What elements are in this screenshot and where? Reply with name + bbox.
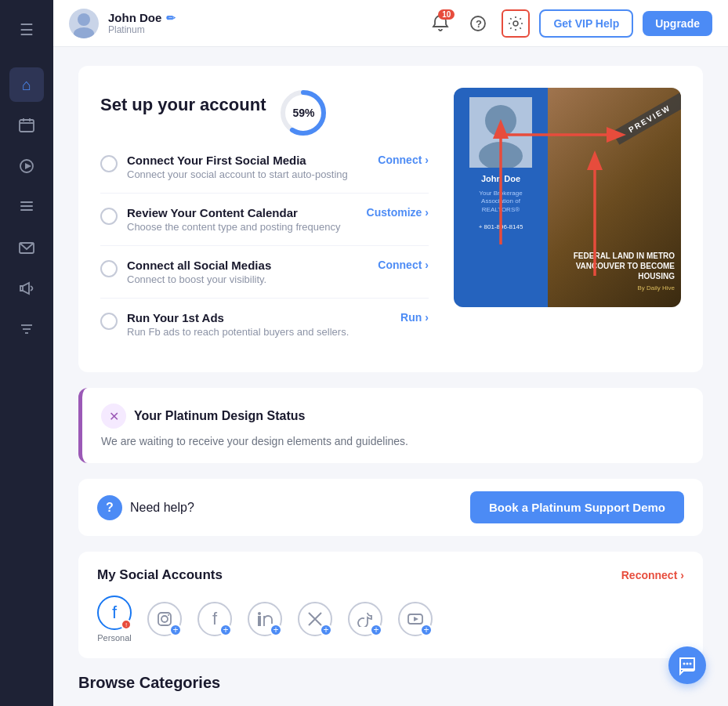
svg-rect-6 xyxy=(20,201,33,203)
preview-left: John Doe Your Brokerage Association of R… xyxy=(454,88,548,307)
svg-point-31 xyxy=(258,612,261,615)
add-dot: + xyxy=(270,624,282,636)
setup-item-title: Run Your 1st Ads xyxy=(127,311,391,324)
social-icon-facebook-personal[interactable]: f ! Personal xyxy=(97,596,132,643)
add-dot: + xyxy=(169,624,182,636)
topbar: John Doe ✏ Platinum 10 ? Get VIP Help Up… xyxy=(53,0,728,47)
svg-point-29 xyxy=(168,614,169,616)
filter-icon[interactable] xyxy=(9,312,44,346)
edit-icon[interactable]: ✏ xyxy=(166,12,176,24)
setup-left: Set up your account 59% xyxy=(100,88,429,350)
social-label-personal: Personal xyxy=(97,633,131,643)
reconnect-link[interactable]: Reconnect › xyxy=(621,569,684,581)
preview-source: By Daily Hive xyxy=(548,284,675,291)
setup-items: Connect Your First Social Media Connect … xyxy=(100,154,429,350)
setup-item-title: Connect Your First Social Media xyxy=(127,154,368,167)
avatar xyxy=(69,9,99,38)
help-text: Need help? xyxy=(130,501,194,515)
content-area: Set up your account 59% xyxy=(53,47,728,706)
svg-point-34 xyxy=(683,663,686,665)
connect-all-action[interactable]: Connect › xyxy=(378,259,429,271)
social-title: My Social Accounts xyxy=(97,567,223,583)
topbar-right: 10 ? Get VIP Help Upgrade xyxy=(426,9,712,38)
svg-rect-0 xyxy=(20,120,34,132)
add-dot: + xyxy=(219,624,232,636)
user-name-text: John Doe xyxy=(108,11,161,24)
social-icon-x-twitter[interactable]: + xyxy=(298,602,332,636)
add-dot: + xyxy=(320,624,332,636)
social-icons-list: f ! Personal + f + xyxy=(97,596,684,643)
preview-phone: + 801-896-8145 xyxy=(479,223,523,230)
radio-circle xyxy=(100,155,118,172)
platinum-status-title: Your Platinum Design Status xyxy=(134,409,305,423)
setup-section: Set up your account 59% xyxy=(78,66,703,372)
social-icon-instagram[interactable]: + xyxy=(147,602,182,636)
notification-bell[interactable]: 10 xyxy=(426,9,455,38)
social-icon-youtube[interactable]: + xyxy=(398,602,433,636)
svg-point-18 xyxy=(513,21,518,26)
social-icon-linkedin[interactable]: + xyxy=(248,602,282,636)
setup-item-desc: Run Fb ads to reach potential buyers and… xyxy=(127,326,391,338)
calendar-icon[interactable] xyxy=(9,108,44,143)
platinum-status-desc: We are waiting to receive your design el… xyxy=(101,435,684,447)
progress-ring: 59% xyxy=(278,88,328,138)
preview-right: FEDERAL LAND IN METRO VANCOUVER TO BECOM… xyxy=(548,88,681,307)
preview-company: Your Brokerage Association of REALTORS® xyxy=(479,190,522,214)
user-tier: Platinum xyxy=(108,24,176,35)
svg-rect-8 xyxy=(20,209,33,211)
svg-rect-7 xyxy=(20,205,33,207)
help-icon[interactable]: ? xyxy=(464,9,492,38)
svg-point-15 xyxy=(74,27,94,38)
mail-icon[interactable] xyxy=(9,230,44,265)
browse-categories-title: Browse Categories xyxy=(78,674,703,692)
radio-circle xyxy=(100,208,118,225)
add-dot: + xyxy=(420,624,433,636)
run-ads-action[interactable]: Run › xyxy=(400,311,429,324)
customize-action[interactable]: Customize › xyxy=(367,206,429,219)
social-icon-facebook-page[interactable]: f + xyxy=(197,602,232,636)
setup-item-title: Connect all Social Medias xyxy=(127,259,368,272)
svg-point-28 xyxy=(161,616,168,622)
upgrade-button[interactable]: Upgrade xyxy=(643,11,712,36)
home-icon[interactable]: ⌂ xyxy=(9,67,44,102)
chat-bubble-button[interactable] xyxy=(668,646,706,684)
setup-item-desc: Connect your social account to start aut… xyxy=(127,168,368,180)
sidebar: ☰ ⌂ xyxy=(0,0,53,706)
setup-item-content: Review Your Content Calendar Choose the … xyxy=(127,206,357,233)
preview-headline: FEDERAL LAND IN METRO VANCOUVER TO BECOM… xyxy=(548,251,675,281)
platinum-header: ✕ Your Platinum Design Status xyxy=(101,404,684,429)
progress-text: 59% xyxy=(292,107,314,119)
social-icon-tiktok[interactable]: + xyxy=(348,602,382,636)
social-header: My Social Accounts Reconnect › xyxy=(97,567,684,583)
browse-categories-section: Browse Categories xyxy=(78,674,703,692)
setup-item-content-calendar: Review Your Content Calendar Choose the … xyxy=(100,206,429,246)
connect-social-action[interactable]: Connect › xyxy=(378,154,429,166)
preview-name: John Doe xyxy=(481,174,520,183)
settings-icon[interactable] xyxy=(502,9,530,38)
warning-dot: ! xyxy=(121,619,132,630)
hamburger-menu-icon[interactable]: ☰ xyxy=(9,13,44,47)
book-demo-button[interactable]: Book a Platinum Support Demo xyxy=(470,491,684,523)
help-section: ? Need help? Book a Platinum Support Dem… xyxy=(78,479,703,536)
preview-news-overlay: FEDERAL LAND IN METRO VANCOUVER TO BECOM… xyxy=(548,251,675,291)
platinum-icon: ✕ xyxy=(101,404,126,429)
setup-item-title: Review Your Content Calendar xyxy=(127,206,357,219)
radio-circle xyxy=(100,313,118,330)
setup-item-content: Run Your 1st Ads Run Fb ads to reach pot… xyxy=(127,311,391,338)
setup-item-content: Connect all Social Medias Connect to boo… xyxy=(127,259,368,285)
add-dot: + xyxy=(370,624,382,636)
user-info: John Doe ✏ Platinum xyxy=(108,11,176,35)
help-question-icon: ? xyxy=(97,495,122,520)
vip-help-button[interactable]: Get VIP Help xyxy=(539,9,633,38)
user-name: John Doe ✏ xyxy=(108,11,176,24)
main-content: John Doe ✏ Platinum 10 ? Get VIP Help Up… xyxy=(53,0,728,706)
social-accounts-section: My Social Accounts Reconnect › f ! Perso… xyxy=(78,552,703,658)
setup-item-content: Connect Your First Social Media Connect … xyxy=(127,154,368,180)
play-icon[interactable] xyxy=(9,149,44,183)
megaphone-icon[interactable] xyxy=(9,271,44,306)
list-icon[interactable] xyxy=(9,190,44,224)
svg-marker-5 xyxy=(25,163,31,169)
preview-avatar-img xyxy=(469,97,532,168)
svg-point-14 xyxy=(78,13,90,26)
svg-rect-30 xyxy=(258,616,261,626)
